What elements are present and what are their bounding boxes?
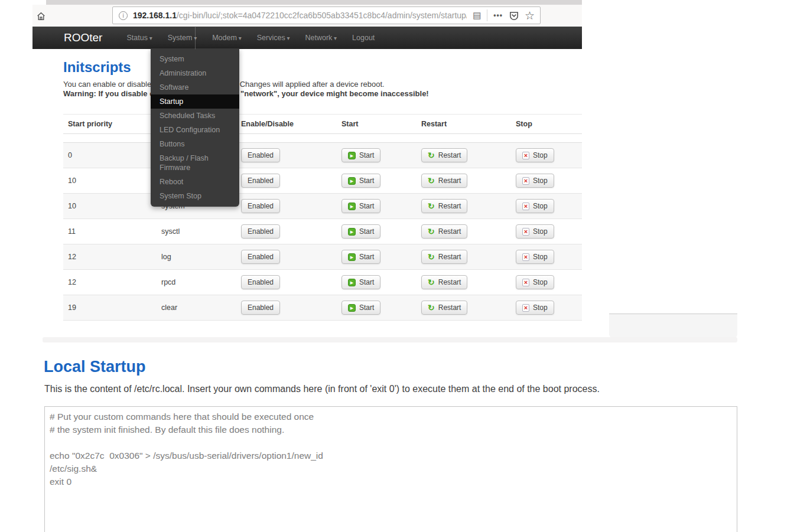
play-icon: ▶	[348, 279, 356, 286]
start-button[interactable]: ▶Start	[341, 174, 380, 188]
enabled-button[interactable]: Enabled	[241, 275, 280, 289]
url-path: /cgi-bin/luci/;stok=4a0472210cc2fca6b505…	[177, 11, 467, 20]
restart-button-label: Restart	[438, 253, 461, 261]
dropdown-item-system[interactable]: System	[151, 52, 239, 66]
stop-button-label: Stop	[533, 202, 548, 210]
table-header-row: Start priority Initscript Enable/Disable…	[63, 115, 582, 134]
stop-button[interactable]: ×Stop	[516, 301, 554, 315]
refresh-icon: ↻	[428, 228, 435, 236]
start-button-label: Start	[359, 202, 374, 210]
cell-stop-button: ×Stop	[511, 270, 582, 295]
brand-logo[interactable]: ROOter	[64, 31, 102, 44]
stop-button-label: Stop	[533, 151, 548, 159]
restart-button-label: Restart	[438, 227, 461, 236]
page-canvas: i 192.168.1.1/cgi-bin/luci/;stok=4a04722…	[0, 0, 797, 532]
reader-mode-icon[interactable]: ▤	[467, 10, 487, 21]
play-icon: ▶	[348, 152, 356, 159]
initscript-row: 19clearEnabled▶Start↻Restart×Stop	[63, 295, 582, 321]
rc-local-textarea[interactable]: # Put your custom commands here that sho…	[44, 406, 737, 532]
caret-down-icon: ▾	[237, 35, 242, 41]
stop-button[interactable]: ×Stop	[516, 275, 554, 289]
start-button[interactable]: ▶Start	[341, 301, 380, 315]
nav-item-network[interactable]: Network ▾	[297, 34, 344, 42]
enabled-button[interactable]: Enabled	[241, 301, 280, 315]
start-button[interactable]: ▶Start	[341, 199, 380, 213]
start-button[interactable]: ▶Start	[341, 250, 380, 264]
nav-item-services[interactable]: Services ▾	[249, 34, 298, 42]
cell-enabled-button: Enabled	[236, 295, 337, 321]
enabled-button-label: Enabled	[248, 151, 274, 159]
url-domain: 192.168.1.1	[133, 11, 177, 20]
enabled-button[interactable]: Enabled	[241, 224, 280, 239]
restart-button-label: Restart	[438, 202, 461, 210]
cell-restart-button: ↻Restart	[417, 219, 511, 244]
initscripts-warning: Warning: If you disable essential init s…	[63, 89, 429, 98]
cell-initscript-name: log	[157, 244, 236, 270]
enabled-button-label: Enabled	[248, 227, 274, 236]
browser-toolbar: i 192.168.1.1/cgi-bin/luci/;stok=4a04722…	[32, 5, 582, 27]
cross-icon: ×	[522, 203, 529, 210]
url-bar[interactable]: i 192.168.1.1/cgi-bin/luci/;stok=4a04722…	[112, 6, 541, 24]
start-button[interactable]: ▶Start	[341, 148, 380, 162]
restart-button[interactable]: ↻Restart	[421, 224, 467, 239]
start-button[interactable]: ▶Start	[341, 275, 380, 289]
dropdown-item-system-stop[interactable]: System Stop	[151, 189, 239, 203]
cell-start-button: ▶Start	[337, 244, 417, 270]
enabled-button[interactable]: Enabled	[241, 250, 280, 264]
dropdown-item-administration[interactable]: Administration	[151, 66, 239, 80]
cell-enabled-button: Enabled	[236, 244, 337, 270]
stop-button[interactable]: ×Stop	[516, 199, 554, 213]
restart-button[interactable]: ↻Restart	[421, 301, 467, 315]
cell-restart-button: ↻Restart	[417, 143, 511, 168]
enabled-button-label: Enabled	[248, 278, 274, 286]
stop-button[interactable]: ×Stop	[516, 174, 554, 188]
play-icon: ▶	[348, 304, 356, 312]
restart-button[interactable]: ↻Restart	[421, 174, 467, 188]
bookmark-star-icon[interactable]: ☆	[525, 9, 540, 22]
nav-item-logout[interactable]: Logout	[344, 34, 382, 42]
enabled-button[interactable]: Enabled	[241, 174, 280, 188]
dropdown-item-startup[interactable]: Startup	[151, 94, 239, 109]
cell-restart-button: ↻Restart	[417, 168, 511, 194]
start-button-label: Start	[359, 177, 374, 185]
nav-item-modem[interactable]: Modem ▾	[204, 34, 249, 42]
enabled-button[interactable]: Enabled	[241, 199, 280, 213]
play-icon: ▶	[348, 177, 356, 185]
initscripts-tbody: 0Enabled▶Start↻Restart×Stop10Enabled▶Sta…	[63, 143, 582, 321]
cell-start-priority: 0	[63, 143, 157, 168]
page-actions-icon[interactable]: •••	[487, 11, 509, 19]
url-text: 192.168.1.1/cgi-bin/luci/;stok=4a0472210…	[133, 11, 467, 20]
nav-item-system[interactable]: System ▾	[160, 34, 205, 42]
restart-button[interactable]: ↻Restart	[421, 199, 467, 213]
cell-start-button: ▶Start	[337, 194, 417, 219]
restart-button[interactable]: ↻Restart	[421, 250, 467, 264]
enabled-button[interactable]: Enabled	[241, 148, 280, 162]
pocket-icon[interactable]	[509, 10, 525, 21]
restart-button[interactable]: ↻Restart	[421, 275, 467, 289]
stop-button[interactable]: ×Stop	[516, 250, 554, 264]
restart-button-label: Restart	[438, 303, 461, 312]
dropdown-item-buttons[interactable]: Buttons	[151, 137, 239, 151]
play-icon: ▶	[348, 253, 356, 261]
stop-button[interactable]: ×Stop	[516, 224, 554, 239]
dropdown-item-software[interactable]: Software	[151, 80, 239, 94]
dropdown-item-backup-flash-firmware[interactable]: Backup / Flash Firmware	[151, 151, 239, 175]
restart-button[interactable]: ↻Restart	[421, 148, 467, 162]
site-info-icon[interactable]: i	[119, 11, 128, 20]
cell-enabled-button: Enabled	[236, 143, 337, 168]
dropdown-item-scheduled-tasks[interactable]: Scheduled Tasks	[151, 109, 239, 123]
restart-button-label: Restart	[438, 278, 461, 286]
start-button[interactable]: ▶Start	[341, 224, 380, 239]
nav-item-status[interactable]: Status ▾	[119, 34, 160, 42]
stop-button-label: Stop	[533, 253, 548, 261]
cell-start-button: ▶Start	[337, 219, 417, 244]
stop-button[interactable]: ×Stop	[516, 148, 554, 162]
dropdown-item-led-configuration[interactable]: LED Configuration	[151, 123, 239, 137]
dropdown-item-reboot[interactable]: Reboot	[151, 175, 239, 189]
cell-restart-button: ↻Restart	[417, 244, 511, 270]
stop-button-label: Stop	[533, 227, 548, 236]
system-dropdown: SystemAdministrationSoftwareStartupSched…	[151, 48, 239, 207]
play-icon: ▶	[348, 203, 356, 210]
start-button-label: Start	[359, 253, 374, 261]
home-icon[interactable]	[34, 9, 48, 23]
